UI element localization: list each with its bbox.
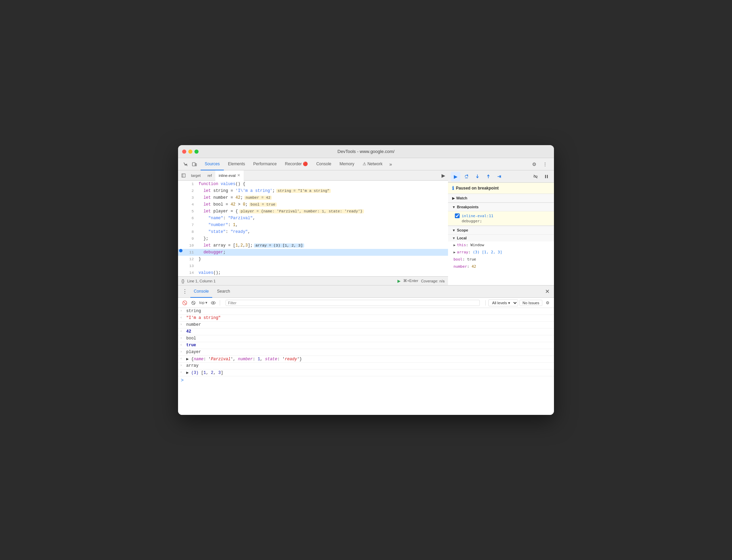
more-options-button[interactable]: ⋮ (540, 159, 550, 169)
code-line-4: 4 let bool = 42 > 0;bool = true (178, 201, 448, 208)
toolbar-divider (220, 300, 220, 306)
code-line-12: 12 } (178, 256, 448, 263)
cursor-position: Line 1, Column 1 (187, 279, 216, 283)
tab-search[interactable]: Search (214, 285, 233, 298)
scope-header[interactable]: ▼ Scope (448, 226, 554, 235)
local-scope-header[interactable]: ▼ Local (448, 235, 554, 241)
close-button[interactable] (182, 150, 186, 154)
deactivate-breakpoints-button[interactable] (531, 172, 540, 181)
panels-row: target ref inline-eval ✕ ▶ 1 function va… (178, 170, 554, 285)
scope-array[interactable]: ▶ array: (3) [1, 2, 3] (448, 249, 554, 256)
console-entry-string-output: ‹ "I'm a string" (178, 315, 554, 322)
return-arrow-icon-4: ‹ (180, 357, 182, 361)
scope-number-label: number: 42 (453, 264, 476, 269)
inspect-icon[interactable] (181, 160, 190, 168)
svg-rect-11 (545, 175, 546, 178)
console-settings-button[interactable]: ⚙ (544, 299, 551, 307)
svg-rect-0 (192, 163, 195, 166)
paused-banner: ℹ Paused on breakpoint (448, 183, 554, 194)
console-entry-array-output: ‹ ▶ (3) [1, 2, 3] (178, 369, 554, 376)
breakpoint-checkbox[interactable] (455, 213, 460, 218)
code-editor[interactable]: 1 function values() { 2 let string = 'I\… (178, 181, 448, 276)
console-entry-array-input: › array (178, 363, 554, 369)
watch-header[interactable]: ▶ Watch (448, 194, 554, 202)
source-tab-bar: target ref inline-eval ✕ ▶ (178, 170, 448, 181)
tab-recorder[interactable]: Recorder 🔴 (281, 158, 312, 170)
code-line-7: 7 "number": 1, (178, 222, 448, 228)
input-arrow-icon: › (180, 309, 182, 313)
return-arrow-icon-2: ‹ (180, 330, 182, 333)
more-tabs-button[interactable]: » (387, 162, 395, 167)
scope-this-label: this: Window (457, 243, 484, 247)
file-tree-icon[interactable] (179, 171, 188, 180)
tab-network[interactable]: ⚠ Network (358, 158, 387, 170)
step-into-button[interactable] (473, 172, 482, 181)
console-menu-button[interactable]: ⋮ (181, 288, 189, 296)
code-line-3: 3 let number = 42;number = 42 (178, 194, 448, 201)
console-filter-input[interactable] (226, 300, 480, 306)
step-button[interactable] (494, 172, 504, 181)
input-arrow-icon-3: › (180, 336, 182, 340)
no-issues-button[interactable]: No Issues (519, 300, 542, 306)
console-prompt[interactable]: > (178, 376, 554, 384)
traffic-lights (182, 150, 199, 154)
tab-bar-right: ⚙ ⋮ (529, 159, 553, 169)
tab-memory[interactable]: Memory (335, 158, 358, 170)
resume-button[interactable]: ▶ (451, 172, 460, 181)
svg-line-9 (534, 175, 537, 178)
step-over-button[interactable] (462, 172, 471, 181)
console-entry-bool-input: › bool (178, 335, 554, 342)
toolbar-divider-2 (485, 300, 486, 306)
tab-sources[interactable]: Sources (201, 158, 224, 170)
main-tab-bar: Sources Elements Performance Recorder 🔴 … (178, 158, 554, 170)
code-line-2: 2 let string = 'I\'m a string';string = … (178, 187, 448, 194)
code-line-8: 8 "state": "ready", (178, 228, 448, 235)
coverage-label: Coverage: n/a (421, 279, 445, 283)
code-line-6: 6 "name": "Parzival", (178, 215, 448, 222)
source-tab-ref[interactable]: ref (204, 170, 215, 181)
close-tab-button[interactable]: ✕ (237, 173, 240, 178)
log-level-select[interactable]: All levels ▾ (488, 299, 518, 306)
breakpoints-header[interactable]: ▼ Breakpoints (448, 203, 554, 211)
code-line-5: 5 let player = {player = {name: 'Parziva… (178, 208, 448, 215)
breakpoints-section: ▼ Breakpoints inline-eval:11 debugger; (448, 203, 554, 226)
settings-button[interactable]: ⚙ (529, 159, 539, 169)
top-selector[interactable]: top ▾ (199, 300, 208, 305)
pause-on-exceptions-button[interactable] (542, 172, 551, 181)
tab-elements[interactable]: Elements (224, 158, 249, 170)
return-arrow-icon-5: ‹ (180, 370, 182, 374)
block-icon[interactable] (190, 299, 197, 307)
code-line-1: 1 function values() { (178, 181, 448, 187)
devtools-window: DevTools - www.google.com/ Sources Eleme… (178, 145, 554, 415)
editor-status-bar: {} Line 1, Column 1 ▶ ⌘+Enter Coverage: … (178, 276, 448, 285)
input-arrow-icon-4: › (180, 350, 182, 354)
source-tab-target[interactable]: target (188, 170, 204, 181)
tab-console-panel[interactable]: Console (190, 285, 212, 298)
console-entry-number-output: ‹ 42 (178, 328, 554, 335)
minimize-button[interactable] (188, 150, 192, 154)
tab-performance[interactable]: Performance (249, 158, 281, 170)
breakpoint-gutter-11[interactable] (178, 249, 184, 252)
sources-panel: target ref inline-eval ✕ ▶ 1 function va… (178, 170, 448, 285)
scope-section: ▼ Scope ▼ Local ▶ this: Window (448, 226, 554, 270)
more-source-tabs-button[interactable]: ▶ (442, 173, 445, 178)
tab-console[interactable]: Console (312, 158, 335, 170)
console-output: › string ‹ "I'm a string" › number ‹ 42 … (178, 308, 554, 415)
breakpoint-filename: inline-eval:11 (462, 214, 493, 218)
local-arrow-icon: ▼ (452, 236, 456, 240)
breakpoint-code: debugger; (455, 219, 550, 223)
info-icon: ℹ (452, 185, 454, 191)
format-icon[interactable]: {} (181, 278, 185, 283)
console-close-button[interactable]: ✕ (543, 288, 551, 296)
source-tab-inline-eval[interactable]: inline-eval ✕ (215, 170, 244, 181)
scope-array-label: array: (3) [1, 2, 3] (457, 250, 502, 254)
run-button[interactable]: ▶ (397, 279, 401, 283)
maximize-button[interactable] (194, 150, 199, 154)
eye-icon[interactable] (209, 299, 217, 307)
svg-point-16 (213, 302, 214, 304)
step-out-button[interactable] (484, 172, 493, 181)
clear-console-button[interactable]: 🚫 (181, 299, 188, 307)
device-icon[interactable] (190, 160, 199, 168)
scope-this[interactable]: ▶ this: Window (448, 241, 554, 249)
window-title: DevTools - www.google.com/ (338, 149, 395, 154)
